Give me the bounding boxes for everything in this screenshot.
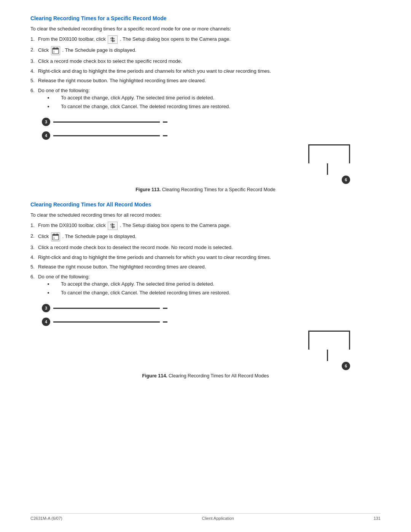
step-1-6-text: Do one of the following: <box>38 88 90 93</box>
right-diagram-2: 6 <box>304 300 381 370</box>
step-2-2-text: Click 1 . The Schedule page is displayed… <box>38 233 136 239</box>
step-num: 4. <box>30 254 35 261</box>
toolbar-icon <box>108 35 118 44</box>
step-num: 2. <box>30 232 35 240</box>
footer-center: Client Application <box>202 516 234 521</box>
section-2-steps: 1. From the DX8100 toolbar, click . The … <box>30 222 381 296</box>
bracket-shape-2 <box>308 331 350 350</box>
h-line-4b <box>53 321 160 323</box>
step-2-5: 5. Release the right mouse button. The h… <box>30 263 381 271</box>
step-num: 3. <box>30 58 35 65</box>
footer-left: C2631M-A (6/07) <box>30 516 62 521</box>
step-2-6-text: Do one of the following: <box>38 274 90 280</box>
section-1: Clearing Recording Times for a Specific … <box>30 15 381 192</box>
step-num: 2. <box>30 46 35 54</box>
step-num: 3. <box>30 244 35 251</box>
step-num: 6. <box>30 87 35 94</box>
step-num: 5. <box>30 77 35 85</box>
badge-6b: 6 <box>342 362 350 370</box>
figure-114-caption: Figure 114. Clearing Recording Times for… <box>30 373 381 379</box>
section-1-steps: 1. From the DX8100 toolbar, click . The … <box>30 35 381 110</box>
figure-113-diagram: 3 4 6 <box>30 114 381 184</box>
bullet-4: To cancel the change, click Cancel. The … <box>53 289 381 297</box>
step-num: 1. <box>30 222 35 229</box>
bullet-2: To cancel the change, click Cancel. The … <box>53 103 381 110</box>
step-1-6-bullets: To accept the change, click Apply. The s… <box>53 94 381 110</box>
step-1-1: 1. From the DX8100 toolbar, click . The … <box>30 35 381 44</box>
step-1-6: 6. Do one of the following: To accept th… <box>30 87 381 110</box>
svg-point-3 <box>111 38 112 39</box>
svg-point-4 <box>113 40 115 42</box>
step-1-5-text: Release the right mouse button. The high… <box>38 78 206 83</box>
step-2-3-text: Click a record mode check box to deselec… <box>38 244 233 250</box>
h-line-4 <box>53 135 160 136</box>
step-2-4-text: Right-click and drag to highlight the ti… <box>38 254 271 260</box>
schedule-icon-2: 1 <box>51 232 60 241</box>
step-num: 6. <box>30 273 35 281</box>
step-2-6-bullets: To accept the change, click Apply. The s… <box>53 280 381 296</box>
bracket-shape-1 <box>308 144 350 163</box>
step-1-5: 5. Release the right mouse button. The h… <box>30 77 381 85</box>
figure-114-diagram: 3 4 6 <box>30 300 381 370</box>
diagram-row-4b: 4 <box>42 318 304 326</box>
step-2-6: 6. Do one of the following: To accept th… <box>30 273 381 297</box>
right-diagram-1: 6 <box>304 114 381 184</box>
svg-text:1: 1 <box>53 50 55 53</box>
section-2: Clearing Recording Times for All Record … <box>30 201 381 379</box>
step-1-1-text: From the DX8100 toolbar, click . The Set… <box>38 36 231 42</box>
svg-point-14 <box>113 226 115 228</box>
badge-3: 3 <box>42 118 50 126</box>
step-2-2: 2. Click 1 . The Schedule page is displa… <box>30 232 381 241</box>
toolbar-icon-2 <box>108 222 118 230</box>
step-1-4-text: Right-click and drag to highlight the ti… <box>38 68 271 74</box>
page-footer: C2631M-A (6/07) Client Application 131 <box>30 513 381 521</box>
h-line-3b <box>53 308 160 309</box>
section-2-title: Clearing Recording Times for All Record … <box>30 201 381 208</box>
figure-113-text: Clearing Recording Times for a Specific … <box>162 187 276 192</box>
step-num: 1. <box>30 35 35 43</box>
figure-113-caption: Figure 113. Clearing Recording Times for… <box>30 187 381 192</box>
section-1-title: Clearing Recording Times for a Specific … <box>30 15 381 21</box>
left-diagram-1: 3 4 <box>30 114 304 140</box>
badge-3b: 3 <box>42 304 50 312</box>
schedule-icon: 1 <box>51 46 60 55</box>
footer-right: 131 <box>374 516 381 521</box>
step-1-2-text: Click 1 . The Schedule page is displayed… <box>38 47 136 53</box>
h-line-3 <box>53 121 160 123</box>
step-2-4: 4. Right-click and drag to highlight the… <box>30 254 381 261</box>
step-2-1: 1. From the DX8100 toolbar, click . The … <box>30 222 381 230</box>
svg-rect-16 <box>53 234 59 236</box>
section-2-intro: To clear the scheduled recording times f… <box>30 212 381 218</box>
svg-text:1: 1 <box>53 236 55 239</box>
step-1-2: 2. Click 1 . The Schedule page is displa… <box>30 46 381 55</box>
figure-113-label: Figure 113. <box>135 187 161 192</box>
badge-below-1: 6 <box>342 176 350 184</box>
bullet-3: To accept the change, click Apply. The s… <box>53 280 381 288</box>
step-num: 5. <box>30 263 35 271</box>
bracket-stem-2 <box>327 350 328 361</box>
section-1-intro: To clear the scheduled recording times f… <box>30 26 381 32</box>
svg-rect-6 <box>53 48 59 50</box>
step-2-5-text: Release the right mouse button. The high… <box>38 264 206 270</box>
diagram-row-3b: 3 <box>42 304 304 312</box>
step-1-4: 4. Right-click and drag to highlight the… <box>30 67 381 75</box>
figure-114-label: Figure 114. <box>142 373 167 379</box>
badge-4b: 4 <box>42 318 50 326</box>
step-1-3: 3. Click a record mode check box to sele… <box>30 58 381 65</box>
figure-114-text: Clearing Recording Times for All Record … <box>169 373 269 379</box>
diagram-row-3: 3 <box>42 118 304 126</box>
step-2-1-text: From the DX8100 toolbar, click . The Set… <box>38 222 231 228</box>
step-2-3: 3. Click a record mode check box to dese… <box>30 244 381 251</box>
left-diagram-2: 3 4 <box>30 300 304 326</box>
page-content: Clearing Recording Times for a Specific … <box>0 0 411 411</box>
step-1-3-text: Click a record mode check box to select … <box>38 58 182 64</box>
badge-4: 4 <box>42 131 50 140</box>
svg-point-13 <box>111 224 112 225</box>
bracket-stem-1 <box>327 163 328 175</box>
diagram-row-4: 4 <box>42 131 304 140</box>
bullet-1: To accept the change, click Apply. The s… <box>53 94 381 102</box>
badge-6: 6 <box>342 176 350 184</box>
step-num: 4. <box>30 67 35 75</box>
badge-below-2: 6 <box>342 362 350 370</box>
